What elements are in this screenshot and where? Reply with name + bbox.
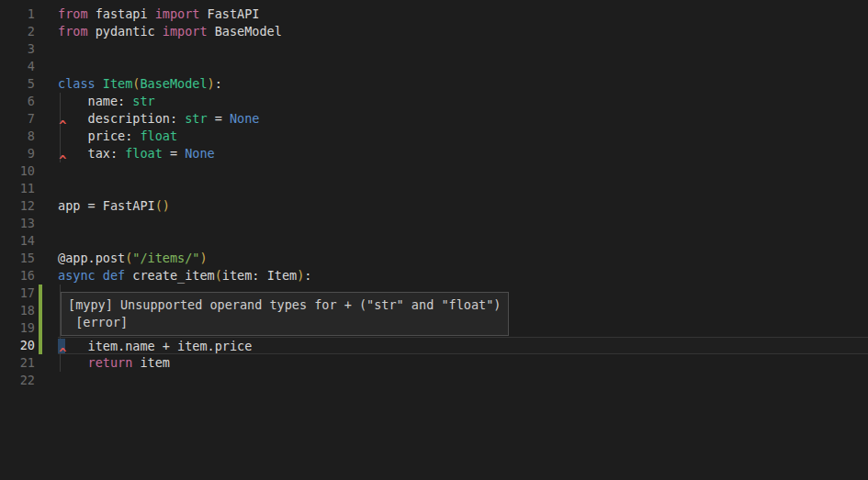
code-line[interactable]: 8 price: float <box>0 128 868 145</box>
line-number: 10 <box>0 162 35 180</box>
code-token: BaseModel <box>140 76 207 91</box>
gutter-sign-column <box>35 337 58 354</box>
code-line[interactable]: 12app = FastAPI() <box>0 197 868 215</box>
code-line[interactable]: 21 return item <box>0 354 868 372</box>
code-token: ) <box>199 251 207 265</box>
code-line[interactable]: 7^ description: str = None <box>0 110 868 128</box>
gutter-sign-column <box>35 6 58 23</box>
code-token: item <box>132 355 170 370</box>
code-token: : <box>304 268 311 283</box>
code-line-text[interactable] <box>58 372 868 389</box>
line-number: 14 <box>0 232 35 250</box>
code-line[interactable]: 14 <box>0 232 868 250</box>
diagnostic-tooltip: [mypy] Unsupported operand types for + (… <box>61 292 509 336</box>
code-token: price: <box>58 128 140 143</box>
code-line-text[interactable] <box>58 162 868 180</box>
code-token: import <box>163 24 208 39</box>
code-token: FastAPI <box>199 6 259 21</box>
diagnostic-caret-icon: ^ <box>59 347 66 360</box>
line-number: 18 <box>0 302 35 319</box>
line-number: 16 <box>0 267 35 285</box>
code-line-text[interactable]: name: str <box>58 93 868 110</box>
code-line-text[interactable]: ^ tax: float = None <box>58 145 868 162</box>
code-line-text[interactable]: return item <box>58 354 868 372</box>
code-token: item.name + item.price <box>58 339 252 353</box>
gutter-sign-column <box>35 319 58 337</box>
code-line-text[interactable] <box>58 215 868 232</box>
code-token: None <box>185 146 215 161</box>
code-line[interactable]: 1from fastapi import FastAPI <box>0 6 868 23</box>
git-added-sign <box>39 285 42 302</box>
code-token: ( <box>215 268 222 283</box>
code-token: None <box>230 111 260 126</box>
code-token: float <box>125 146 163 161</box>
code-token: @app.post <box>58 251 125 265</box>
code-line-text[interactable]: from fastapi import FastAPI <box>58 6 868 23</box>
line-number: 7 <box>0 110 35 128</box>
code-line-text[interactable]: price: float <box>58 128 868 145</box>
gutter-sign-column <box>35 372 58 389</box>
diagnostic-tooltip-line: [error] <box>68 314 501 331</box>
code-editor[interactable]: 1from fastapi import FastAPI2from pydant… <box>0 0 868 480</box>
code-line-text[interactable]: class Item(BaseModel): <box>58 75 868 93</box>
code-token: description: <box>58 111 185 126</box>
gutter-sign-column <box>35 285 58 302</box>
code-line-text[interactable]: app = FastAPI() <box>58 197 868 215</box>
code-token: str <box>132 94 154 108</box>
code-line-text[interactable]: @app.post("/items/") <box>58 250 868 267</box>
code-line-text[interactable]: async def create_item(item: Item): <box>58 267 868 285</box>
code-token: : <box>215 76 222 91</box>
gutter-sign-column <box>35 354 58 372</box>
code-token: tax: <box>58 146 125 161</box>
gutter-sign-column <box>35 267 58 285</box>
code-line-text[interactable]: from pydantic import BaseModel <box>58 23 868 40</box>
code-token: () <box>155 198 170 213</box>
code-line-text[interactable] <box>58 40 868 58</box>
code-token: app = FastAPI <box>58 198 155 213</box>
code-line[interactable]: 9^ tax: float = None <box>0 145 868 162</box>
code-line[interactable]: 13 <box>0 215 868 232</box>
code-line[interactable]: 20^ item.name + item.price <box>0 337 868 354</box>
code-token: float <box>140 128 177 143</box>
code-token: item: Item <box>222 268 297 283</box>
gutter-sign-column <box>35 145 58 162</box>
line-number: 22 <box>0 372 35 389</box>
gutter-sign-column <box>35 93 58 110</box>
line-number: 9 <box>0 145 35 162</box>
code-token: class <box>58 76 96 91</box>
code-token: = <box>163 146 185 161</box>
line-number: 4 <box>0 58 35 75</box>
code-line-text[interactable]: ^ item.name + item.price <box>58 337 868 354</box>
code-line-text[interactable]: ^ description: str = None <box>58 110 868 128</box>
code-line[interactable]: 5class Item(BaseModel): <box>0 75 868 93</box>
line-number: 1 <box>0 6 35 23</box>
gutter-sign-column <box>35 110 58 128</box>
line-number: 11 <box>0 180 35 197</box>
code-line[interactable]: 11 <box>0 180 868 197</box>
git-added-sign <box>39 319 42 337</box>
code-line[interactable]: 10 <box>0 162 868 180</box>
gutter-sign-column <box>35 250 58 267</box>
gutter-sign-column <box>35 75 58 93</box>
code-token: from <box>58 6 88 21</box>
line-number: 13 <box>0 215 35 232</box>
code-token <box>96 76 103 91</box>
code-line[interactable]: 6 name: str <box>0 93 868 110</box>
code-token: fastapi <box>88 6 155 21</box>
line-number: 5 <box>0 75 35 93</box>
gutter-sign-column <box>35 197 58 215</box>
code-line[interactable]: 22 <box>0 372 868 389</box>
code-line[interactable]: 15@app.post("/items/") <box>0 250 868 267</box>
code-line-text[interactable] <box>58 180 868 197</box>
code-token: def <box>103 268 125 283</box>
line-number: 8 <box>0 128 35 145</box>
code-line[interactable]: 3 <box>0 40 868 58</box>
code-token: "/items/" <box>132 251 199 265</box>
code-line[interactable]: 2from pydantic import BaseModel <box>0 23 868 40</box>
code-token: from <box>58 24 88 39</box>
code-line-text[interactable] <box>58 58 868 75</box>
code-line[interactable]: 4 <box>0 58 868 75</box>
code-line[interactable]: 16async def create_item(item: Item): <box>0 267 868 285</box>
line-number: 6 <box>0 93 35 110</box>
code-line-text[interactable] <box>58 232 868 250</box>
